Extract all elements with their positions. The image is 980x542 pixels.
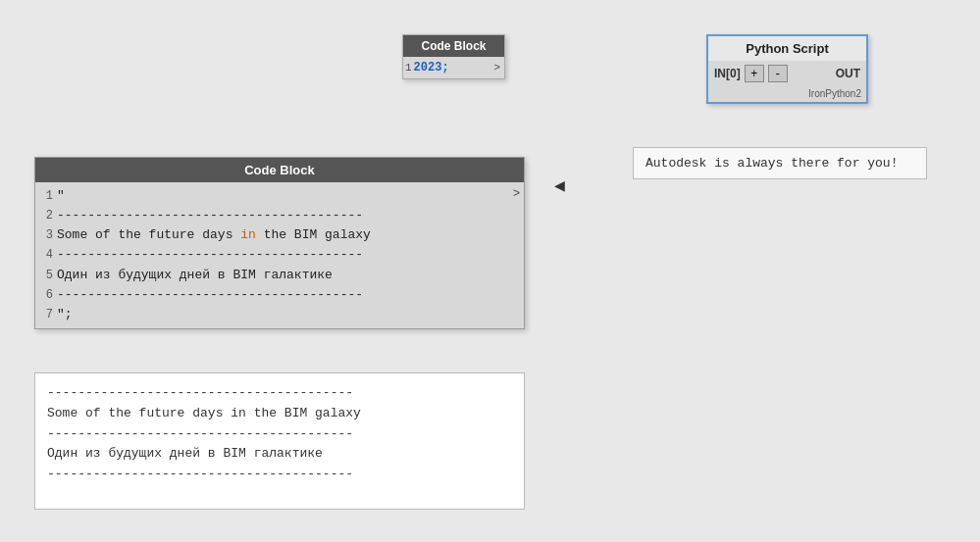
code-content-2: ---------------------------------------- (57, 206, 363, 225)
small-code-line-num: 1 (405, 62, 412, 74)
large-code-block-header-text: Code Block (244, 163, 315, 177)
code-content-6: ---------------------------------------- (57, 285, 363, 305)
line-num-6: 6 (37, 286, 53, 305)
code-content-1: " (57, 186, 65, 206)
large-code-arrow[interactable]: > (513, 186, 520, 200)
line-num-4: 4 (37, 246, 53, 265)
python-script-header: Python Script (708, 36, 866, 61)
python-script-in-label: IN[0] (714, 67, 741, 80)
small-code-value: 2023; (414, 61, 449, 74)
python-script-footer: IronPython2 (708, 86, 866, 102)
output-line-1: ---------------------------------------- (47, 383, 512, 404)
line-num-3: 3 (37, 226, 53, 245)
code-line-5: 5 Один из будущих дней в BIM галактике (35, 266, 524, 285)
code-line-7: 7 "; (35, 305, 524, 324)
keyword-in: in (240, 227, 256, 242)
code-content-4: ---------------------------------------- (57, 245, 363, 265)
output-box-text: Autodesk is always there for you! (645, 156, 898, 171)
output-line-5: ---------------------------------------- (47, 465, 512, 485)
large-code-block-body: > 1 " 2 --------------------------------… (35, 182, 524, 328)
code-line-2: 2 --------------------------------------… (35, 206, 524, 225)
python-script-out-label: OUT (836, 67, 860, 80)
line-num-2: 2 (37, 207, 53, 225)
output-box: Autodesk is always there for you! (633, 147, 927, 179)
line-num-1: 1 (37, 187, 53, 206)
large-code-block-header: Code Block (35, 158, 524, 182)
code-line-1: 1 " (35, 186, 524, 206)
code-content-3: Some of the future days in the BIM galax… (57, 225, 371, 245)
small-code-arrow[interactable]: > (493, 62, 502, 74)
cursor-indicator: ◀ (554, 174, 562, 188)
line-num-7: 7 (37, 306, 53, 324)
small-code-block-header: Code Block (403, 35, 504, 57)
large-code-block: Code Block > 1 " 2 ---------------------… (34, 157, 525, 329)
code-line-4: 4 --------------------------------------… (35, 245, 524, 265)
small-code-block-body: 1 2023; > (403, 57, 504, 78)
code-content-5: Один из будущих дней в BIM галактике (57, 266, 333, 285)
code-line-6: 6 --------------------------------------… (35, 285, 524, 305)
small-code-block: Code Block 1 2023; > (402, 34, 505, 79)
python-script-ports: IN[0] + - OUT (708, 61, 866, 86)
output-line-3: ---------------------------------------- (47, 424, 512, 445)
output-line-4: Один из будущих дней в BIM галактике (47, 444, 512, 465)
code-line-3: 3 Some of the future days in the BIM gal… (35, 225, 524, 245)
output-text-area: ----------------------------------------… (34, 372, 525, 510)
python-script-block: Python Script IN[0] + - OUT IronPython2 (706, 34, 868, 104)
code-content-7: "; (57, 305, 73, 324)
line-num-5: 5 (37, 267, 53, 285)
python-script-plus-button[interactable]: + (745, 65, 764, 82)
python-script-minus-button[interactable]: - (768, 65, 788, 82)
output-line-2: Some of the future days in the BIM galax… (47, 404, 512, 424)
